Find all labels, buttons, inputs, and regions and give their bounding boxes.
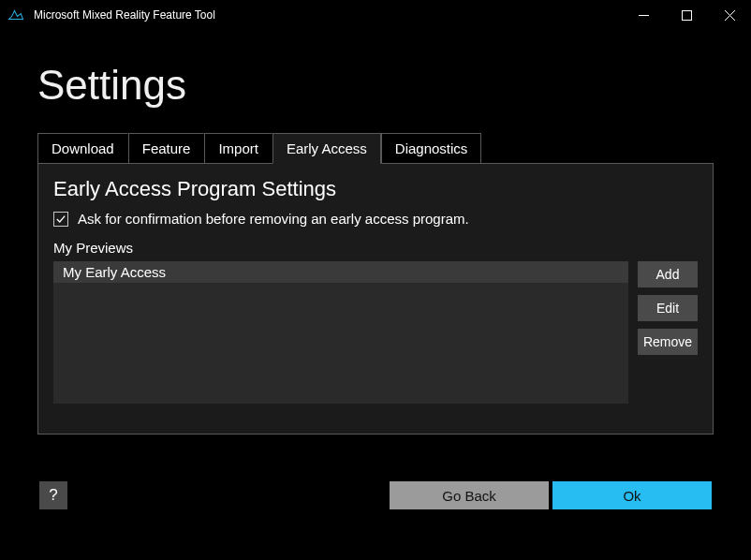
- ok-button[interactable]: Ok: [552, 481, 712, 509]
- confirm-checkbox[interactable]: [53, 212, 68, 227]
- window-title: Microsoft Mixed Reality Feature Tool: [34, 8, 622, 22]
- checkmark-icon: [56, 214, 66, 224]
- tab-early-access[interactable]: Early Access: [272, 133, 381, 164]
- previews-list[interactable]: My Early Access: [53, 261, 628, 404]
- titlebar: Microsoft Mixed Reality Feature Tool: [0, 0, 751, 30]
- help-button[interactable]: ?: [39, 481, 67, 509]
- go-back-button[interactable]: Go Back: [390, 481, 549, 509]
- svg-rect-1: [682, 10, 691, 20]
- tab-download[interactable]: Download: [37, 133, 128, 164]
- previews-label: My Previews: [53, 240, 698, 256]
- section-heading: Early Access Program Settings: [53, 177, 698, 201]
- minimize-button[interactable]: [622, 0, 665, 30]
- settings-panel: Early Access Program Settings Ask for co…: [37, 163, 714, 435]
- confirm-checkbox-label: Ask for confirmation before removing an …: [78, 211, 469, 227]
- page-title: Settings: [37, 62, 714, 109]
- footer-bar: ? Go Back Ok: [0, 435, 751, 509]
- tab-feature[interactable]: Feature: [128, 133, 205, 164]
- tab-import[interactable]: Import: [204, 133, 272, 164]
- confirm-checkbox-row: Ask for confirmation before removing an …: [53, 211, 698, 227]
- tab-diagnostics[interactable]: Diagnostics: [381, 133, 482, 164]
- close-button[interactable]: [708, 0, 751, 30]
- edit-button[interactable]: Edit: [638, 295, 698, 321]
- list-buttons: Add Edit Remove: [638, 261, 698, 404]
- remove-button[interactable]: Remove: [638, 329, 698, 355]
- list-item[interactable]: My Early Access: [53, 261, 628, 283]
- maximize-button[interactable]: [665, 0, 708, 30]
- add-button[interactable]: Add: [638, 261, 698, 287]
- window-controls: [622, 0, 751, 30]
- app-icon: [7, 7, 24, 23]
- tabs: Download Feature Import Early Access Dia…: [37, 133, 714, 164]
